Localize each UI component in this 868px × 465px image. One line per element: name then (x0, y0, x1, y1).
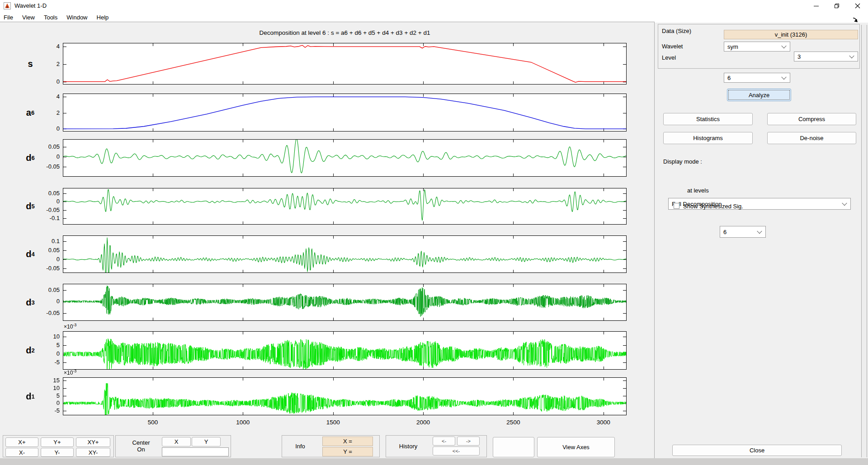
history-back-button[interactable]: <- (433, 437, 455, 446)
data-name-field: v_init (3126) (724, 30, 858, 39)
window-title: Wavelet 1-D (14, 2, 47, 9)
toolbar-blank-button[interactable] (493, 437, 534, 457)
y-tick-label: 2 (30, 109, 60, 116)
wavelet-family-dropdown[interactable]: sym (724, 42, 790, 52)
histograms-button[interactable]: Histograms (663, 132, 753, 144)
x-tick-label: 3000 (590, 419, 617, 426)
minimize-icon (814, 6, 819, 6)
subplot-row-d1: d1151050-5×10-3 (0, 377, 654, 415)
y-tick-label: 5 (30, 392, 60, 399)
plot-axes-s[interactable] (63, 43, 627, 85)
minimize-button[interactable] (806, 0, 826, 12)
restore-button[interactable] (826, 0, 847, 12)
chevron-down-icon (842, 201, 847, 206)
chevron-down-icon (849, 53, 854, 58)
wavelet-number-dropdown[interactable]: 3 (794, 52, 858, 61)
plot-axes-a6[interactable] (63, 94, 627, 132)
plot-axes-d2[interactable] (63, 331, 627, 370)
matlab-app-icon (4, 2, 11, 9)
plot-axes-d1[interactable] (63, 377, 627, 415)
y-tick-label: -0.05 (30, 207, 60, 213)
subplot-row-d2: d21050-5×10-3 (0, 331, 654, 370)
show-synthesized-label: Show Synthesized Sig. (683, 203, 743, 210)
level-dropdown[interactable]: 6 (724, 73, 790, 83)
denoise-button[interactable]: De-noise (767, 132, 856, 144)
center-label-line2: On (137, 446, 145, 453)
zoom-xy-minus-button[interactable]: XY- (76, 448, 110, 457)
y-tick-label: -0.05 (30, 163, 60, 170)
y-tick-label: 0 (30, 256, 60, 263)
subplot-row-d4: d40.10.050-0.05 (0, 235, 654, 273)
level-value: 6 (727, 75, 731, 81)
restore-icon (834, 3, 840, 9)
chevron-down-icon (781, 75, 786, 80)
decomposition-title: Decomposition at level 6 : s = a6 + d6 +… (63, 29, 627, 36)
window-titlebar: Wavelet 1-D (0, 0, 868, 12)
y-exponent-label: ×10-3 (64, 323, 76, 330)
y-tick-label: 10 (30, 385, 60, 391)
y-tick-label: 0.05 (30, 287, 60, 293)
y-tick-label: 2 (30, 61, 60, 67)
data-size-label: Data (Size) (662, 28, 691, 34)
wavelet-label: Wavelet (662, 43, 683, 50)
dock-figure-arrow-icon[interactable] (852, 16, 858, 24)
y-tick-label: 0.05 (30, 247, 60, 254)
center-x-button[interactable]: X (162, 437, 191, 446)
subplot-row-d5: d50.050-0.05-0.1 (0, 188, 654, 225)
y-tick-label: 0 (30, 298, 60, 305)
zoom-x-plus-button[interactable]: X+ (5, 437, 38, 447)
subplot-row-a6: a6420 (0, 94, 654, 132)
plot-axes-d5[interactable] (63, 188, 627, 225)
close-button[interactable]: Close (672, 445, 842, 456)
zoom-y-plus-button[interactable]: Y+ (41, 437, 74, 447)
y-tick-label: 10 (30, 333, 60, 340)
statistics-button[interactable]: Statistics (663, 113, 753, 125)
y-tick-label: 0 (30, 350, 60, 357)
menu-window[interactable]: Window (62, 12, 92, 23)
center-on-label: Center On (127, 437, 155, 456)
info-x-field: X = (322, 437, 373, 446)
plot-axes-d3[interactable] (63, 284, 627, 321)
y-tick-label: 5 (30, 342, 60, 348)
zoom-xy-plus-button[interactable]: XY+ (76, 437, 110, 447)
menu-view[interactable]: View (18, 12, 39, 23)
menu-tools[interactable]: Tools (39, 12, 62, 23)
menu-bar: File View Tools Window Help (0, 12, 868, 23)
compress-button[interactable]: Compress (767, 113, 856, 125)
center-y-button[interactable]: Y (192, 437, 221, 446)
x-tick-label: 1000 (229, 419, 256, 426)
panel-edge-strip (861, 25, 867, 457)
view-axes-button[interactable]: View Axes (537, 437, 615, 457)
at-levels-value: 6 (723, 229, 726, 235)
zoom-y-minus-button[interactable]: Y- (41, 448, 74, 457)
plot-axes-d6[interactable] (63, 139, 627, 177)
subplot-row-d3: d30.050-0.05 (0, 284, 654, 321)
x-tick-label: 2500 (500, 419, 527, 426)
analyze-button[interactable]: Analyze (727, 89, 791, 101)
x-axis-tick-labels: 50010001500200025003000 (0, 419, 654, 427)
decomposition-plots-panel: Decomposition at level 6 : s = a6 + d6 +… (0, 22, 655, 459)
zoom-x-minus-button[interactable]: X- (5, 448, 38, 457)
y-tick-label: 0 (30, 125, 60, 132)
y-tick-label: 4 (30, 43, 60, 50)
info-label: Info (288, 435, 313, 457)
y-tick-label: 15 (30, 377, 60, 384)
plot-axes-d4[interactable] (63, 235, 627, 273)
y-tick-label: 0 (30, 153, 60, 160)
menu-help[interactable]: Help (92, 12, 113, 23)
y-tick-label: 0 (30, 198, 60, 205)
close-window-button[interactable] (847, 0, 868, 12)
y-tick-label: -5 (30, 359, 60, 366)
at-levels-label: at levels (687, 187, 709, 194)
chevron-down-icon (781, 43, 786, 48)
at-levels-dropdown[interactable]: 6 (720, 226, 766, 238)
menu-file[interactable]: File (0, 12, 18, 23)
center-on-input[interactable] (162, 447, 229, 456)
level-label: Level (662, 54, 676, 61)
show-synthesized-checkbox[interactable] (674, 203, 679, 209)
y-tick-label: 0.05 (30, 143, 60, 150)
info-y-field: Y = (322, 447, 373, 456)
history-rewind-button[interactable]: <<- (433, 446, 480, 456)
history-forward-button[interactable]: -> (457, 437, 480, 446)
x-tick-label: 500 (139, 419, 166, 426)
